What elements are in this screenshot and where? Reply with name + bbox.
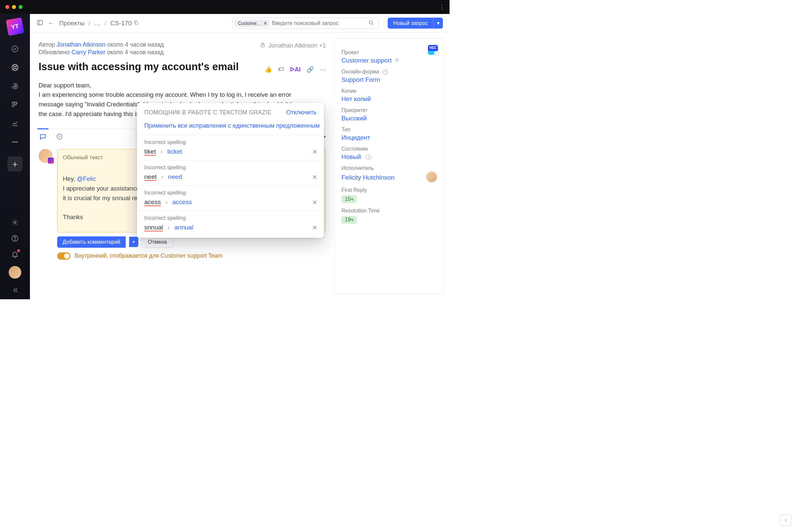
nav-notifications-icon[interactable] — [11, 250, 19, 259]
nav-collapse-icon[interactable] — [11, 286, 19, 294]
author-link[interactable]: Jonathan Atkinson — [57, 41, 106, 48]
search-chip-remove-icon[interactable]: ✕ — [263, 21, 267, 26]
sb-type-value[interactable]: Инцидент — [341, 134, 437, 141]
grazie-wrong-word: tiket — [144, 148, 156, 155]
panel-toggle-icon[interactable] — [37, 19, 43, 27]
tab-comments[interactable] — [39, 132, 47, 141]
svg-rect-13 — [136, 22, 138, 25]
grazie-suggestion: Incorrect spelling snnual › annual ✕ — [137, 211, 324, 236]
grazie-dismiss-icon[interactable]: ✕ — [312, 199, 317, 206]
window-minimize-button[interactable] — [12, 5, 16, 9]
nav-radar-icon[interactable] — [11, 82, 19, 91]
help-icon[interactable]: ? — [383, 70, 388, 75]
comment-actions: Добавить комментарий ▾ Отмена — [57, 236, 326, 248]
grazie-suggestion: Incorrect spelling acess › access ✕ — [137, 186, 324, 211]
comment-text-pre: Hey, — [63, 175, 77, 182]
grazie-dismiss-icon[interactable]: ✕ — [312, 224, 317, 231]
grazie-suggestion: Incorrect spelling tiket › ticket ✕ — [137, 135, 324, 160]
sb-priority-value[interactable]: Высокий — [341, 115, 437, 122]
svg-point-9 — [14, 222, 16, 224]
breadcrumb-issue[interactable]: CS-170 — [110, 20, 139, 27]
grazie-header: ПОМОЩНИК В РАБОТЕ С ТЕКСТОМ GRAZIE Отклю… — [137, 109, 324, 121]
new-request-split-button: Новый запрос ▾ — [388, 18, 443, 28]
window-more-icon[interactable]: ⋮ — [439, 3, 445, 11]
cancel-button[interactable]: Отмена — [141, 236, 173, 248]
nav-tasks-icon[interactable] — [11, 44, 19, 53]
main-area: ← Проекты / … / CS-170 Custome… ✕ — [30, 14, 450, 299]
new-request-button[interactable]: Новый запрос — [388, 18, 433, 28]
breadcrumb-sep: / — [105, 20, 107, 27]
new-request-dropdown[interactable]: ▾ — [433, 18, 443, 28]
svg-rect-15 — [261, 44, 265, 47]
nav-boards-icon[interactable] — [11, 100, 19, 109]
gear-icon[interactable] — [394, 57, 400, 64]
add-comment-dropdown[interactable]: ▾ — [129, 237, 138, 247]
sb-project-value[interactable]: Customer support — [341, 57, 437, 64]
sb-copies-label: Копии — [341, 88, 437, 94]
sb-type-label: Тип — [341, 127, 437, 133]
add-comment-button[interactable]: Добавить комментарий — [57, 236, 126, 248]
grazie-dismiss-icon[interactable]: ✕ — [312, 174, 317, 181]
app-logo[interactable]: YT — [6, 17, 24, 36]
nav-create-button[interactable]: ＋ — [7, 156, 23, 172]
search-chip-project[interactable]: Custome… ✕ — [234, 20, 269, 27]
chevron-down-icon: ▾ — [324, 134, 326, 139]
window-close-button[interactable] — [5, 5, 9, 9]
sb-state-value[interactable]: Новый i — [341, 153, 437, 160]
more-icon[interactable]: ⋯ — [320, 66, 326, 73]
copy-id-icon[interactable] — [134, 20, 139, 27]
breadcrumb-ellipsis[interactable]: … — [94, 20, 101, 27]
grazie-correct-word[interactable]: annual — [174, 224, 193, 231]
grazie-disable-link[interactable]: Отключить — [286, 109, 317, 116]
lock-icon — [260, 42, 266, 50]
visibility-indicator[interactable]: Jonathan Atkinson +1 — [260, 42, 326, 50]
sb-copies-value[interactable]: Нет копий — [341, 95, 437, 103]
comment-mention[interactable]: @Felic — [77, 175, 96, 182]
breadcrumb-sep: / — [89, 20, 90, 27]
topbar: ← Проекты / … / CS-170 Custome… ✕ — [30, 14, 450, 33]
search-bar[interactable]: Custome… ✕ — [232, 18, 378, 29]
nav-more-icon[interactable] — [11, 138, 19, 146]
internal-comment-row: Внутренний, отображается для Customer su… — [57, 252, 326, 260]
sb-form-value[interactable]: Support Form — [341, 76, 437, 83]
internal-toggle[interactable] — [57, 252, 71, 260]
issue-sidebar: HEC Проект Customer support Онлайн-форма… — [335, 39, 444, 294]
svg-point-11 — [15, 240, 15, 241]
sb-form-label: Онлайн-форма ? — [341, 69, 437, 75]
tab-history[interactable] — [55, 132, 64, 141]
svg-point-8 — [17, 141, 18, 142]
grazie-wrong-word: acess — [144, 198, 161, 206]
author-suffix: около 4 часов назад — [106, 41, 164, 48]
arrow-right-icon: › — [161, 173, 163, 180]
grazie-correct-word[interactable]: access — [172, 198, 192, 206]
nav-support-icon[interactable] — [11, 63, 19, 72]
tag-icon[interactable]: 🏷 — [278, 66, 284, 73]
grazie-correct-word[interactable]: need — [168, 173, 182, 180]
search-icon[interactable] — [368, 20, 376, 26]
nav-user-avatar[interactable] — [8, 266, 21, 279]
breadcrumb-projects[interactable]: Проекты — [59, 20, 84, 27]
assignee-avatar[interactable] — [426, 171, 437, 183]
sb-assignee-label: Исполнитель — [341, 165, 437, 171]
search-input[interactable] — [269, 20, 368, 26]
grazie-correct-word[interactable]: ticket — [167, 148, 182, 155]
updated-link[interactable]: Carry Parker — [72, 49, 106, 56]
breadcrumb: Проекты / … / CS-170 — [59, 20, 139, 27]
sb-assignee-value[interactable]: Felicity Hutchinson — [341, 174, 394, 181]
window-zoom-button[interactable] — [19, 5, 23, 9]
nav-help-icon[interactable] — [11, 234, 19, 243]
updated-prefix: Обновлено — [39, 49, 72, 56]
link-icon[interactable]: 🔗 — [307, 66, 314, 73]
grazie-dismiss-icon[interactable]: ✕ — [312, 148, 317, 156]
grazie-apply-all[interactable]: Применить все исправления с единственным… — [137, 121, 324, 135]
grazie-wrong-word: neet — [144, 173, 157, 180]
thumbs-up-icon[interactable]: 👍 — [265, 66, 272, 73]
back-arrow-icon[interactable]: ← — [48, 19, 55, 27]
window-titlebar: ⋮ — [0, 0, 450, 14]
sb-project-label: Проект — [341, 50, 437, 56]
nav-settings-icon[interactable] — [11, 218, 19, 227]
arrow-right-icon: › — [166, 198, 168, 206]
info-icon[interactable]: i — [366, 154, 371, 159]
nav-reports-icon[interactable] — [11, 119, 19, 128]
ai-icon[interactable]: ᐅAI — [290, 66, 301, 73]
